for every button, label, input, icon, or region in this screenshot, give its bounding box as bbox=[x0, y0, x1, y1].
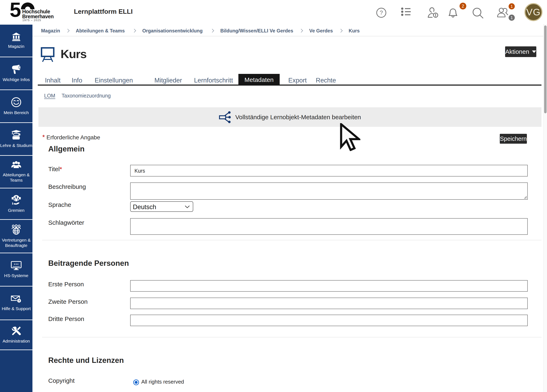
svg-text:?: ? bbox=[18, 299, 20, 303]
svg-text:?: ? bbox=[380, 9, 383, 16]
